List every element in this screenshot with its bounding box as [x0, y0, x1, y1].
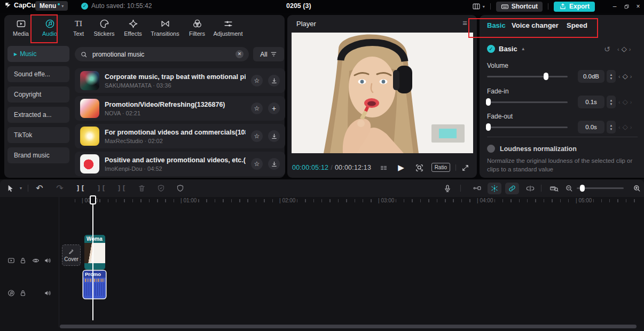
redo-button[interactable]: ↷: [53, 179, 66, 197]
delete-right-button[interactable]: ][: [115, 179, 128, 197]
section-checkbox-checked[interactable]: ✓: [487, 45, 495, 53]
capcut-window: CapCut Menu ▾ ✓ Auto saved: 10:55:42 020…: [0, 0, 644, 331]
favorite-star-icon[interactable]: ☆: [251, 130, 263, 142]
preview-overlay-element[interactable]: [431, 124, 465, 143]
mute-track-icon[interactable]: [44, 288, 51, 297]
export-button[interactable]: Export: [554, 2, 595, 12]
undo-button[interactable]: ↶: [33, 179, 46, 197]
playhead-line[interactable]: [92, 195, 93, 320]
select-tool-button[interactable]: [4, 179, 16, 197]
loudness-checkbox-unchecked[interactable]: [487, 145, 495, 153]
adapt-timeline-button[interactable]: [547, 179, 561, 197]
player-menu-icon[interactable]: ≡: [462, 18, 467, 27]
volume-stepper[interactable]: ▲▼: [607, 70, 616, 83]
sidebar-item-music[interactable]: ▶ Music: [7, 46, 69, 62]
mute-track-icon[interactable]: [44, 255, 51, 265]
fullscreen-icon[interactable]: [461, 163, 469, 172]
music-list-item[interactable]: For promotional videos and commercials(1…: [75, 124, 285, 148]
volume-slider-thumb[interactable]: [544, 73, 548, 80]
tab-text[interactable]: TI Text: [68, 18, 89, 37]
timeline-zoom-slider[interactable]: [577, 187, 624, 189]
add-to-timeline-icon[interactable]: +: [268, 103, 280, 114]
music-thumbnail: [80, 127, 99, 146]
close-button[interactable]: ×: [632, 3, 644, 10]
volume-slider[interactable]: [487, 73, 568, 80]
timeline-zoom-thumb[interactable]: [580, 185, 585, 192]
lock-track-icon[interactable]: [19, 288, 27, 297]
tab-media[interactable]: Media: [11, 18, 31, 37]
fade-in-slider[interactable]: [487, 98, 568, 106]
hide-track-icon[interactable]: [32, 255, 40, 265]
fade-in-keyframe-control[interactable]: ‹◇›: [618, 98, 632, 106]
fade-out-slider-thumb[interactable]: [486, 123, 491, 131]
reset-icon[interactable]: ↺: [604, 45, 610, 53]
music-search-bar[interactable]: ✕: [75, 47, 249, 61]
favorite-star-icon[interactable]: ☆: [251, 158, 263, 170]
link-toggle-button[interactable]: [505, 183, 519, 194]
collapse-arrow-icon[interactable]: ▲: [521, 46, 525, 51]
snap-toggle-button[interactable]: [470, 179, 484, 197]
zoom-in-button[interactable]: [630, 179, 643, 197]
record-voiceover-button[interactable]: [441, 179, 454, 197]
music-list-item[interactable]: Positive and active promotional videos, …: [75, 152, 285, 176]
sidebar-item-brand-music[interactable]: Brand music: [7, 147, 69, 163]
shield-check-icon-button[interactable]: [154, 179, 167, 197]
keyframe-control[interactable]: ‹◇›: [617, 45, 631, 53]
menu-button[interactable]: Menu ▾: [35, 1, 68, 11]
cover-button[interactable]: Cover: [62, 245, 81, 266]
minimize-button[interactable]: –: [609, 3, 621, 10]
download-icon[interactable]: [268, 130, 280, 142]
volume-keyframe-control[interactable]: ‹◇›: [618, 72, 632, 80]
clear-search-icon[interactable]: ✕: [235, 50, 244, 58]
timeline-video-clip[interactable]: Woma: [84, 235, 105, 270]
sidebar-item-sound-effects[interactable]: Sound effe...: [7, 66, 69, 82]
video-preview[interactable]: [292, 33, 473, 153]
music-list-item[interactable]: Corporate music, trap beat with emotiona…: [75, 68, 285, 93]
active-arrow-icon: ▶: [14, 52, 17, 57]
restore-button[interactable]: [621, 3, 632, 10]
magnet-toggle-button[interactable]: [488, 183, 501, 194]
preview-axis-button[interactable]: [523, 179, 537, 197]
download-icon[interactable]: [268, 158, 280, 170]
sidebar-item-copyright[interactable]: Copyright: [7, 86, 69, 103]
zoom-out-button[interactable]: [562, 179, 575, 197]
tab-transitions[interactable]: Transitions: [147, 18, 183, 37]
fade-in-value[interactable]: 0.1s: [578, 96, 604, 108]
playhead-handle[interactable]: [90, 195, 96, 204]
tab-adjustment[interactable]: Adjustment: [210, 18, 246, 37]
playback-quality-icon[interactable]: [379, 162, 388, 172]
ratio-button[interactable]: Ratio: [431, 163, 450, 172]
tab-filters[interactable]: Filters: [186, 18, 208, 37]
search-input[interactable]: [91, 50, 232, 59]
tab-effects[interactable]: Effects: [121, 18, 145, 37]
fade-in-stepper[interactable]: ▲▼: [607, 96, 616, 108]
volume-value[interactable]: 0.0dB: [578, 70, 604, 83]
fade-out-stepper[interactable]: ▲▼: [607, 121, 616, 133]
favorite-star-icon[interactable]: ☆: [251, 103, 263, 114]
sidebar-item-tiktok[interactable]: TikTok: [7, 127, 69, 143]
timeline-audio-clip-selected[interactable]: Promo: [83, 271, 106, 298]
timeline-horizontal-scrollbar[interactable]: [60, 325, 637, 328]
tab-stickers[interactable]: Stickers: [91, 18, 117, 37]
fade-out-value[interactable]: 0.0s: [578, 121, 604, 133]
download-icon[interactable]: [268, 75, 280, 86]
timeline-ruler[interactable]: [75, 199, 641, 202]
layout-switch-button[interactable]: ▾: [472, 0, 485, 15]
filter-all-button[interactable]: All: [253, 47, 284, 61]
fade-in-slider-thumb[interactable]: [486, 98, 491, 106]
shield-icon-button[interactable]: [174, 179, 186, 197]
favorite-star-icon[interactable]: ☆: [251, 75, 263, 86]
loudness-normalization-row[interactable]: Loudness normalization: [487, 145, 577, 153]
lock-track-icon[interactable]: [19, 255, 27, 265]
fade-out-slider[interactable]: [487, 123, 568, 131]
delete-button[interactable]: [135, 179, 148, 197]
preview-focus-icon[interactable]: [415, 162, 424, 172]
fade-out-keyframe-control[interactable]: ‹◇›: [618, 123, 632, 131]
shortcut-button[interactable]: Shortcut: [496, 2, 543, 12]
play-button[interactable]: ▶: [398, 163, 404, 172]
split-button[interactable]: ][: [74, 179, 87, 197]
music-list-item[interactable]: Promotion/Video/Refreshing(1326876) NOVA…: [75, 96, 285, 121]
select-tool-dropdown-icon[interactable]: ▾: [17, 179, 25, 197]
delete-left-button[interactable]: ][: [95, 179, 108, 197]
sidebar-item-extracted-audio[interactable]: Extracted a...: [7, 107, 69, 123]
